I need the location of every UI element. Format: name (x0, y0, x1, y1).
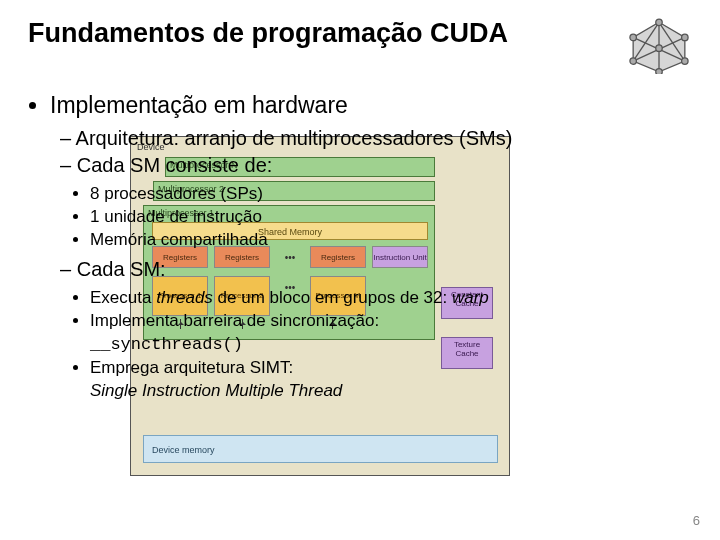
svg-point-11 (630, 34, 636, 40)
svg-point-8 (682, 58, 688, 64)
device-memory-block: Device memory (143, 435, 498, 463)
subbullet-sm-consiste: Cada SM consiste de: 8 processadores (SP… (60, 152, 692, 252)
code-syncthreads: __syncthreads() (90, 335, 243, 354)
bullet-hardware-impl: Implementação em hardware Arquitetura: a… (50, 92, 692, 403)
svg-point-6 (656, 19, 662, 25)
page-number: 6 (693, 513, 700, 528)
subbullet-cada-sm: Cada SM: Executa threads de um bloco em … (60, 256, 692, 403)
slide-title: Fundamentos de programação CUDA (28, 18, 616, 49)
cuda-polyhedron-icon (626, 18, 692, 74)
item-memoria: Memória compartilhada (90, 229, 692, 252)
item-executa-threads: Executa threads de um bloco em grupos de… (90, 287, 692, 310)
subbullet-arquitetura: Arquitetura: arranjo de multiprocessador… (60, 125, 692, 152)
bullet-text: Implementação em hardware (50, 92, 348, 118)
svg-point-7 (682, 34, 688, 40)
svg-point-10 (630, 58, 636, 64)
item-1-unidade: 1 unidade de instrução (90, 206, 692, 229)
item-simt: Emprega arquitetura SIMT: Single Instruc… (90, 357, 692, 403)
svg-point-12 (656, 45, 662, 51)
item-8-processadores: 8 processadores (SPs) (90, 183, 692, 206)
item-barreira: Implementa barreira de sincronização: __… (90, 310, 692, 357)
svg-point-9 (656, 69, 662, 74)
